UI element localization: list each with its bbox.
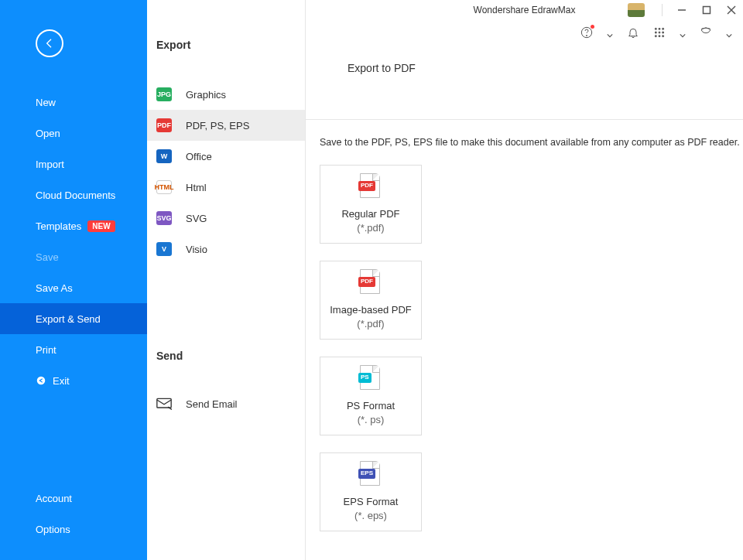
- export-section-title: Export: [147, 0, 305, 79]
- send-section-title: Send: [147, 265, 305, 388]
- title-bar: Wondershare EdrawMax: [306, 0, 743, 23]
- sidebar-item-save: Save: [0, 241, 147, 272]
- eps-file-icon: EPS: [360, 461, 382, 486]
- export-card-title: Image-based PDF: [330, 303, 412, 317]
- mail-icon: [156, 397, 172, 411]
- send-email-item[interactable]: Send Email: [147, 388, 305, 419]
- export-category-html[interactable]: HTML Html: [147, 172, 305, 203]
- sidebar-item-options[interactable]: Options: [0, 514, 147, 545]
- export-card-title: PS Format: [347, 399, 395, 413]
- export-card-sub: (*.pdf): [357, 221, 384, 235]
- sidebar-item-save-as[interactable]: Save As: [0, 272, 147, 303]
- word-icon: W: [156, 149, 172, 163]
- svg-point-13: [659, 32, 660, 33]
- theme-dropdown-caret[interactable]: [726, 29, 732, 36]
- back-button[interactable]: [36, 29, 63, 57]
- sidebar-item-open[interactable]: Open: [0, 118, 147, 149]
- export-category-graphics[interactable]: JPG Graphics: [147, 79, 305, 110]
- sidebar-item-account[interactable]: Account: [0, 483, 147, 514]
- export-categories-panel: Export JPG Graphics PDF PDF, PS, EPS W O…: [147, 0, 306, 560]
- html-icon: HTML: [156, 180, 172, 194]
- svg-point-9: [655, 28, 656, 29]
- svg-point-11: [663, 28, 664, 29]
- theme-button[interactable]: [700, 26, 712, 39]
- svg-point-12: [655, 32, 656, 33]
- svg-rect-1: [157, 398, 171, 408]
- page-heading: Export to PDF: [348, 62, 743, 74]
- sidebar-item-templates[interactable]: Templates NEW: [0, 210, 147, 241]
- export-card-regular-pdf[interactable]: PDF Regular PDF (*.pdf): [320, 165, 422, 244]
- export-category-label: SVG: [186, 213, 207, 224]
- sidebar-item-label: Templates: [36, 220, 81, 232]
- pdf-file-icon: PDF: [360, 173, 382, 198]
- help-button[interactable]: [580, 26, 593, 39]
- export-category-visio[interactable]: V Visio: [147, 234, 305, 265]
- page-description: Save to the PDF, PS, EPS file to make th…: [320, 137, 743, 148]
- svg-point-14: [663, 32, 664, 33]
- export-category-label: PDF, PS, EPS: [186, 120, 249, 131]
- notifications-button[interactable]: [627, 26, 639, 39]
- sidebar-item-export-send[interactable]: Export & Send: [0, 303, 147, 334]
- pdf-file-icon: PDF: [360, 269, 382, 294]
- svg-point-17: [663, 36, 664, 37]
- sidebar-item-exit[interactable]: Exit: [0, 365, 147, 396]
- export-category-office[interactable]: W Office: [147, 141, 305, 172]
- export-category-label: Graphics: [186, 89, 226, 101]
- export-card-ps[interactable]: PS PS Format (*. ps): [320, 357, 422, 435]
- sidebar-item-print[interactable]: Print: [0, 334, 147, 365]
- sidebar-item-new[interactable]: New: [0, 87, 147, 118]
- send-item-label: Send Email: [186, 398, 237, 410]
- svg-rect-4: [704, 7, 710, 14]
- export-category-label: Office: [186, 151, 212, 162]
- divider: [306, 119, 743, 120]
- close-button[interactable]: [726, 5, 737, 15]
- sidebar-item-import[interactable]: Import: [0, 149, 147, 179]
- content-panel: Wondershare EdrawMax Export to PDF Save …: [306, 0, 743, 560]
- pdf-icon: PDF: [156, 118, 172, 132]
- export-card-sub: (*. ps): [358, 413, 385, 427]
- export-card-eps[interactable]: EPS EPS Format (*. eps): [320, 452, 422, 531]
- exit-icon: [36, 375, 46, 386]
- sidebar-bottom: Account Options: [0, 483, 147, 545]
- export-card-image-pdf[interactable]: PDF Image-based PDF (*.pdf): [320, 261, 422, 340]
- new-badge: NEW: [87, 220, 115, 232]
- export-category-svg[interactable]: SVG SVG: [147, 203, 305, 234]
- svg-icon: SVG: [156, 211, 172, 225]
- svg-point-0: [37, 377, 46, 385]
- export-card-sub: (*. eps): [354, 509, 387, 523]
- apps-dropdown-caret[interactable]: [680, 29, 686, 36]
- apps-button[interactable]: [653, 26, 666, 39]
- sidebar-item-label: Print: [36, 344, 56, 356]
- send-list: Send Email: [147, 388, 305, 419]
- export-format-cards: PDF Regular PDF (*.pdf) PDF Image-based …: [320, 165, 743, 531]
- svg-point-16: [659, 36, 660, 37]
- svg-point-15: [655, 36, 656, 37]
- help-dropdown-caret[interactable]: [607, 29, 613, 36]
- sidebar-item-label: Import: [36, 159, 64, 170]
- sidebar-item-label: Save: [36, 251, 59, 263]
- export-category-label: Visio: [186, 244, 207, 255]
- export-card-sub: (*.pdf): [357, 317, 384, 331]
- export-category-pdf-ps-eps[interactable]: PDF PDF, PS, EPS: [147, 110, 305, 141]
- ps-file-icon: PS: [360, 365, 382, 390]
- window-controls: [628, 3, 737, 17]
- sidebar-item-cloud-documents[interactable]: Cloud Documents: [0, 179, 147, 210]
- user-avatar[interactable]: [628, 3, 645, 17]
- sidebar-item-label: Cloud Documents: [36, 190, 115, 201]
- svg-point-8: [586, 35, 587, 36]
- divider: [662, 4, 663, 16]
- export-category-label: Html: [186, 182, 207, 193]
- export-card-title: EPS Format: [344, 495, 399, 509]
- sidebar-item-label: Exit: [53, 375, 70, 387]
- sidebar-item-label: Open: [36, 128, 60, 139]
- sidebar-item-label: Save As: [36, 282, 73, 294]
- minimize-button[interactable]: [676, 5, 687, 15]
- arrow-left-icon: [43, 37, 56, 50]
- svg-point-10: [659, 28, 660, 29]
- jpg-icon: JPG: [156, 87, 172, 101]
- visio-icon: V: [156, 242, 172, 256]
- sidebar-item-label: Account: [36, 493, 72, 504]
- export-categories-list: JPG Graphics PDF PDF, PS, EPS W Office H…: [147, 79, 305, 265]
- export-card-title: Regular PDF: [341, 207, 399, 221]
- maximize-button[interactable]: [701, 5, 712, 15]
